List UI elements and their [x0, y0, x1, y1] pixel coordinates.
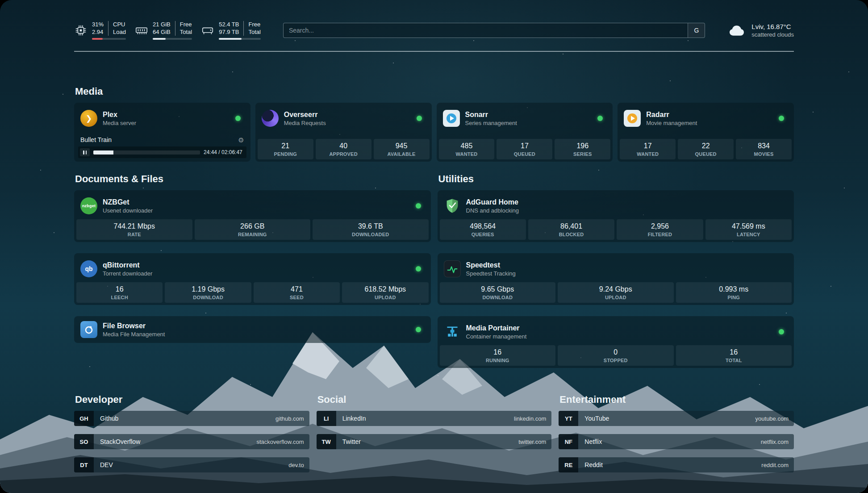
memory-free-value: 21 GiB — [153, 21, 171, 29]
app-desc: DNS and adblocking — [466, 207, 519, 214]
cpu-icon — [74, 24, 88, 37]
link-name: Github — [100, 415, 118, 422]
stackoverflow-icon: SO — [74, 434, 94, 449]
cpu-label: CPU — [113, 21, 126, 29]
stat-download: 9.65 Gbps DOWNLOAD — [440, 282, 556, 303]
disk-free-value: 52.4 TB — [219, 21, 239, 29]
playback-progress-track[interactable] — [93, 150, 200, 155]
playback-progress-fill — [93, 150, 113, 155]
stat-movies: 834 MOVIES — [736, 139, 792, 159]
utilities-section: Utilities — [438, 173, 794, 368]
stat-blocked: 86,401 BLOCKED — [528, 219, 614, 240]
link-github[interactable]: GH Github github.com — [74, 411, 309, 426]
app-desc: Series management — [465, 120, 517, 126]
cpu-load-value: 2.94 — [92, 29, 104, 36]
developer-section-title: Developer — [75, 394, 309, 405]
adguard-card[interactable]: AdGuard Home DNS and adblocking 498,564 … — [438, 190, 794, 242]
qbittorrent-card[interactable]: qb qBittorrent Torrent downloader 16 LEE… — [74, 253, 431, 305]
stat-running: 16 RUNNING — [440, 345, 556, 366]
app-name: Overseerr — [284, 111, 326, 119]
status-dot — [417, 116, 422, 121]
filebrowser-card[interactable]: File Browser Media File Management — [74, 316, 431, 343]
documents-section: Documents & Files nzbget NZBGet Usenet d… — [74, 173, 431, 368]
disk-progress-track — [219, 38, 261, 40]
header-divider — [74, 51, 794, 52]
stat-approved: 40 APPROVED — [316, 139, 371, 159]
social-section: Social LI LinkedIn linkedin.com TW Twitt… — [317, 394, 552, 472]
app-desc: Media Requests — [284, 120, 326, 126]
gear-icon[interactable]: ⚙ — [238, 137, 244, 143]
sonarr-icon — [443, 110, 460, 127]
disk-monitor: 52.4 TB 97.9 TB Free Total — [201, 21, 261, 40]
app-name: NZBGet — [103, 198, 153, 206]
link-youtube[interactable]: YT YouTube youtube.com — [559, 411, 794, 426]
link-netflix[interactable]: NF Netflix netflix.com — [559, 434, 794, 449]
stat-series: 196 SERIES — [555, 139, 610, 159]
media-section: Media ❯ Plex Media server Bullet Tr — [74, 86, 794, 162]
memory-progress-track — [153, 38, 192, 40]
app-name: Radarr — [646, 111, 697, 119]
link-twitter[interactable]: TW Twitter twitter.com — [317, 434, 552, 449]
reddit-icon: RE — [559, 457, 578, 472]
link-domain: dev.to — [288, 462, 304, 468]
memory-monitor: 21 GiB 64 GiB Free Total — [135, 21, 192, 40]
plex-card[interactable]: ❯ Plex Media server Bullet Train ⚙ — [74, 103, 250, 162]
stat-queries: 498,564 QUERIES — [440, 219, 526, 240]
status-dot — [779, 116, 784, 121]
app-name: Speedtest — [466, 261, 516, 269]
qbittorrent-icon: qb — [80, 260, 97, 277]
github-icon: GH — [74, 411, 94, 426]
app-desc: Torrent downloader — [103, 270, 152, 277]
stat-download: 1.19 Gbps DOWNLOAD — [165, 282, 251, 303]
link-domain: linkedin.com — [514, 415, 546, 422]
dashboard-screen: 31% 2.94 CPU Load — [0, 0, 868, 493]
netflix-icon: NF — [559, 434, 578, 449]
portainer-card[interactable]: Media Portainer Container management 16 … — [438, 316, 794, 368]
qbittorrent-logo-label: qb — [85, 265, 92, 272]
app-desc: Usenet downloader — [103, 207, 153, 214]
plex-now-playing: Bullet Train ⚙ 24:44 / 02:06:47 — [76, 136, 248, 159]
stat-available: 945 AVAILABLE — [374, 139, 430, 159]
app-name: Plex — [103, 111, 136, 119]
app-desc: Movie management — [646, 120, 697, 126]
stat-rate: 744.21 Mbps RATE — [76, 219, 192, 240]
search-bar: G — [283, 23, 705, 38]
entertainment-section: Entertainment YT YouTube youtube.com NF … — [559, 394, 794, 472]
now-playing-title: Bullet Train — [80, 136, 112, 143]
stat-total: 16 TOTAL — [676, 345, 792, 366]
playback-time: 24:44 / 02:06:47 — [204, 149, 242, 155]
social-section-title: Social — [317, 394, 552, 405]
stat-latency: 47.569 ms LATENCY — [705, 219, 792, 240]
link-dev-to[interactable]: DT DEV dev.to — [74, 457, 309, 472]
app-desc: Media server — [103, 120, 136, 126]
search-input[interactable] — [284, 23, 688, 38]
link-linkedin[interactable]: LI LinkedIn linkedin.com — [317, 411, 552, 426]
cpu-monitor: 31% 2.94 CPU Load — [74, 21, 126, 40]
link-domain: stackoverflow.com — [256, 439, 304, 445]
link-stackoverflow[interactable]: SO StackOverflow stackoverflow.com — [74, 434, 309, 449]
filebrowser-icon — [80, 321, 97, 338]
memory-progress-fill — [153, 38, 166, 40]
app-name: AdGuard Home — [466, 198, 519, 206]
pause-button[interactable] — [80, 148, 90, 156]
cpu-load-label: Load — [113, 29, 126, 36]
link-reddit[interactable]: RE Reddit reddit.com — [559, 457, 794, 472]
speedtest-card[interactable]: Speedtest Speedtest Tracking 9.65 Gbps D… — [438, 253, 794, 305]
stat-filtered: 2,956 FILTERED — [617, 219, 703, 240]
cpu-progress-track — [92, 38, 126, 40]
status-dot — [416, 327, 421, 332]
sonarr-card[interactable]: Sonarr Series management 485 WANTED 17 Q… — [437, 103, 613, 162]
cpu-percent: 31% — [92, 21, 104, 29]
overseerr-icon — [262, 110, 279, 127]
radarr-card[interactable]: Radarr Movie management 17 WANTED 22 QUE… — [618, 103, 794, 162]
overseerr-card[interactable]: Overseerr Media Requests 21 PENDING 40 A… — [255, 103, 432, 162]
app-desc: Container management — [466, 333, 527, 340]
cpu-progress-fill — [92, 38, 103, 40]
status-dot — [597, 116, 603, 121]
link-domain: twitter.com — [518, 439, 546, 445]
link-name: LinkedIn — [342, 415, 366, 422]
youtube-icon: YT — [559, 411, 578, 426]
disk-total-label: Total — [248, 29, 260, 36]
nzbget-card[interactable]: nzbget NZBGet Usenet downloader 744.21 M… — [74, 190, 431, 242]
search-engine-button[interactable]: G — [688, 23, 705, 38]
